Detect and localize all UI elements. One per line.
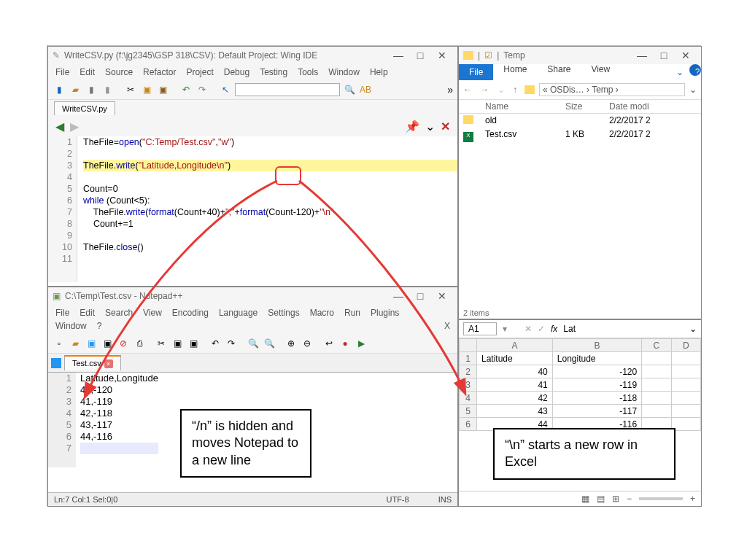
- ide-search-input[interactable]: [235, 83, 340, 96]
- forward-button[interactable]: →: [480, 85, 492, 95]
- highlight-icon[interactable]: AB: [359, 83, 372, 96]
- file-row[interactable]: old2/2/2017 2: [459, 114, 701, 128]
- menu-file[interactable]: File: [55, 308, 69, 318]
- step-icon[interactable]: ▶: [70, 120, 79, 133]
- open-icon[interactable]: ▰: [69, 337, 82, 350]
- back-button[interactable]: ←: [463, 85, 475, 95]
- col-D[interactable]: D: [671, 339, 700, 352]
- menu-encoding[interactable]: Encoding: [172, 308, 209, 318]
- ribbon-view[interactable]: View: [581, 61, 620, 77]
- maximize-button[interactable]: □: [653, 50, 675, 61]
- run-icon[interactable]: ◀: [55, 120, 64, 133]
- cut-icon[interactable]: ✂: [124, 83, 137, 96]
- close-file-icon[interactable]: ⊘: [117, 337, 130, 350]
- wrap-icon[interactable]: ↩: [322, 337, 336, 350]
- menu-run[interactable]: Run: [344, 308, 360, 318]
- copy-icon[interactable]: ▣: [171, 337, 184, 350]
- minimize-button[interactable]: —: [387, 290, 409, 302]
- menu-tools[interactable]: Tools: [298, 67, 318, 77]
- menu-search[interactable]: Search: [105, 308, 133, 318]
- menu-view[interactable]: View: [143, 308, 162, 318]
- dropdown-icon[interactable]: ▾: [503, 324, 507, 334]
- menu-?[interactable]: ?: [97, 321, 102, 331]
- col-B[interactable]: B: [552, 339, 641, 352]
- save-icon[interactable]: ▮: [85, 83, 98, 96]
- menu-window[interactable]: Window: [55, 321, 87, 331]
- menu-macro[interactable]: Macro: [310, 308, 334, 318]
- maximize-button[interactable]: □: [409, 50, 431, 61]
- view-normal-icon[interactable]: ▦: [581, 494, 589, 504]
- chevron-down-icon[interactable]: ⌄: [689, 324, 697, 334]
- menu-window[interactable]: Window: [328, 67, 360, 77]
- ribbon-home[interactable]: Home: [493, 61, 537, 77]
- close-panel-icon[interactable]: ✕: [441, 120, 450, 133]
- menu-source[interactable]: Source: [105, 67, 133, 77]
- close-button[interactable]: ✕: [431, 290, 453, 302]
- chevron-down-icon[interactable]: ⌄: [670, 64, 689, 80]
- maximize-button[interactable]: □: [409, 290, 431, 302]
- col-A[interactable]: A: [477, 339, 553, 352]
- minimize-button[interactable]: —: [631, 50, 653, 61]
- formula-value[interactable]: Lat: [563, 324, 684, 334]
- pointer-icon[interactable]: ↖: [219, 83, 232, 96]
- table-row[interactable]: 341-119: [460, 378, 701, 392]
- zoom-in-icon[interactable]: ⊕: [285, 337, 298, 350]
- view-break-icon[interactable]: ⊞: [612, 494, 619, 504]
- save-icon[interactable]: ▣: [85, 337, 98, 350]
- copy-icon[interactable]: ▣: [140, 83, 153, 96]
- menu-settings[interactable]: Settings: [268, 308, 299, 318]
- menu-testing[interactable]: Testing: [260, 67, 287, 77]
- pin-icon[interactable]: 📌: [405, 120, 419, 133]
- menu-refactor[interactable]: Refactor: [143, 67, 176, 77]
- more-icon[interactable]: »: [447, 84, 453, 96]
- play-icon[interactable]: ▶: [355, 337, 368, 350]
- zoom-out-icon[interactable]: ⊖: [301, 337, 314, 350]
- excel-grid[interactable]: ABCD 1LatitudeLongitude240-120341-119442…: [459, 338, 701, 431]
- cancel-icon[interactable]: ✕: [525, 324, 532, 334]
- search-icon[interactable]: 🔍: [343, 83, 356, 96]
- zoom-out-icon[interactable]: −: [627, 494, 632, 504]
- fx-label[interactable]: fx: [551, 324, 557, 334]
- ribbon-file-tab[interactable]: File: [459, 64, 493, 80]
- menu-file[interactable]: File: [55, 67, 69, 77]
- replace-icon[interactable]: 🔍: [263, 337, 276, 350]
- col-C[interactable]: C: [642, 339, 671, 352]
- menu-edit[interactable]: Edit: [80, 308, 95, 318]
- record-icon[interactable]: ●: [338, 337, 352, 350]
- up-button[interactable]: ↑: [513, 85, 520, 95]
- menu-project[interactable]: Project: [186, 67, 213, 77]
- menu-help[interactable]: Help: [370, 67, 388, 77]
- find-icon[interactable]: 🔍: [247, 337, 260, 350]
- undo-icon[interactable]: ↶: [179, 83, 193, 96]
- ribbon-share[interactable]: Share: [537, 61, 581, 77]
- table-row[interactable]: 442-118: [460, 392, 701, 405]
- save-all-icon[interactable]: ▣: [101, 337, 114, 350]
- chevron-down-icon[interactable]: ⌄: [425, 120, 435, 133]
- file-row[interactable]: XTest.csv1 KB2/2/2017 2: [459, 128, 701, 144]
- close-button[interactable]: ✕: [431, 50, 453, 61]
- npp-tab[interactable]: Test.csv×: [64, 355, 121, 370]
- paste-icon[interactable]: ▣: [156, 83, 169, 96]
- new-icon[interactable]: ▫: [53, 337, 66, 350]
- redo-icon[interactable]: ↷: [225, 337, 238, 350]
- cell-reference[interactable]: A1: [463, 322, 497, 335]
- menu-edit[interactable]: Edit: [80, 67, 95, 77]
- undo-icon[interactable]: ↶: [209, 337, 222, 350]
- col-date[interactable]: Date modi: [609, 101, 697, 112]
- close-button[interactable]: ✕: [675, 50, 697, 61]
- paste-icon[interactable]: ▣: [187, 337, 200, 350]
- zoom-in-icon[interactable]: +: [690, 494, 695, 504]
- zoom-slider[interactable]: [639, 497, 683, 500]
- redo-icon[interactable]: ↷: [196, 83, 209, 96]
- breadcrumb[interactable]: « OSDis… › Temp ›: [539, 83, 685, 96]
- menu-debug[interactable]: Debug: [224, 67, 249, 77]
- menu-language[interactable]: Language: [219, 308, 258, 318]
- col-size[interactable]: Size: [565, 101, 609, 112]
- help-icon[interactable]: ?: [689, 64, 701, 76]
- cut-icon[interactable]: ✂: [155, 337, 168, 350]
- tab-close-icon[interactable]: ×: [104, 359, 113, 368]
- ide-editor[interactable]: 1234567891011 TheFile=open("C:Temp/Test.…: [48, 136, 457, 282]
- close-doc-icon[interactable]: X: [444, 321, 450, 331]
- new-file-icon[interactable]: ▮: [53, 83, 66, 96]
- table-row[interactable]: 1LatitudeLongitude: [460, 352, 701, 365]
